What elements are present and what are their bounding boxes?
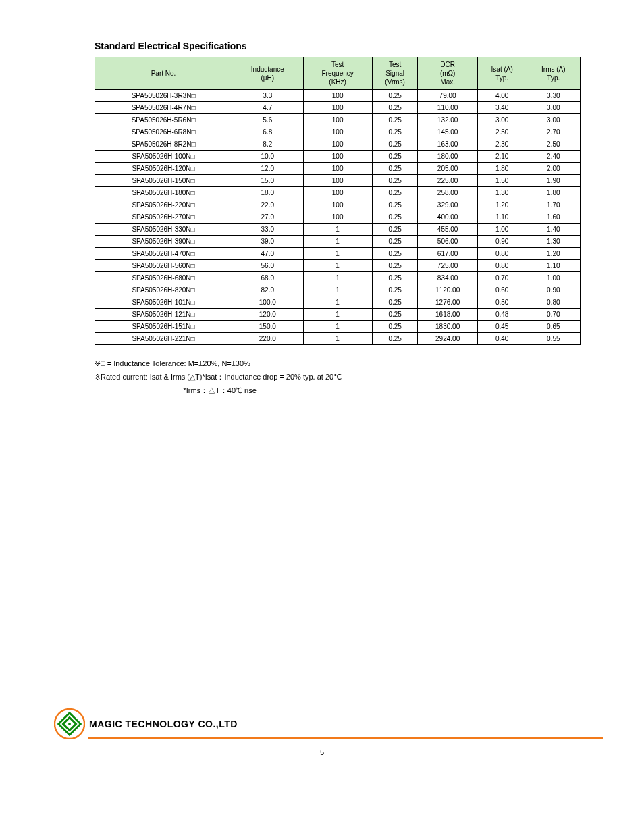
table-cell-irms: 3.00: [527, 102, 580, 114]
note-line-3: *Irms：△T：40℃ rise: [95, 384, 603, 398]
table-cell-sig: 0.25: [372, 284, 418, 296]
table-row: SPA505026H-100N□10.01000.25180.002.102.4…: [95, 151, 581, 163]
table-cell-sig: 0.25: [372, 175, 418, 187]
table-cell-isat: 1.50: [477, 175, 527, 187]
table-header-row: Part No. Inductance(μH) TestFrequency(KH…: [95, 57, 581, 90]
table-cell-dcr: 329.00: [418, 199, 477, 211]
table-row: SPA505026H-4R7N□4.71000.25110.003.403.00: [95, 102, 581, 114]
header-partno: Part No.: [95, 57, 232, 90]
table-cell-dcr: 110.00: [418, 102, 477, 114]
table-cell-sig: 0.25: [372, 333, 418, 345]
table-cell-ind: 3.3: [232, 90, 304, 102]
table-cell-freq: 1: [303, 296, 372, 309]
table-cell-isat: 0.50: [477, 296, 527, 309]
table-cell-ind: 120.0: [232, 309, 304, 321]
table-cell-irms: 0.65: [527, 321, 580, 333]
table-cell-dcr: 225.00: [418, 175, 477, 187]
table-cell-freq: 100: [303, 211, 372, 224]
table-cell-irms: 0.55: [527, 333, 580, 345]
table-cell-ind: 5.6: [232, 114, 304, 126]
table-cell-pn: SPA505026H-680N□: [95, 272, 232, 284]
table-cell-irms: 2.70: [527, 126, 580, 138]
table-cell-freq: 100: [303, 187, 372, 199]
table-row: SPA505026H-560N□56.010.25725.000.801.10: [95, 260, 581, 272]
table-cell-freq: 100: [303, 90, 372, 102]
table-cell-dcr: 145.00: [418, 126, 477, 138]
table-row: SPA505026H-180N□18.01000.25258.001.301.8…: [95, 187, 581, 199]
table-cell-pn: SPA505026H-560N□: [95, 260, 232, 272]
table-row: SPA505026H-330N□33.010.25455.001.001.40: [95, 224, 581, 236]
table-cell-sig: 0.25: [372, 309, 418, 321]
table-cell-ind: 4.7: [232, 102, 304, 114]
table-cell-pn: SPA505026H-121N□: [95, 309, 232, 321]
table-cell-dcr: 258.00: [418, 187, 477, 199]
table-cell-ind: 220.0: [232, 333, 304, 345]
table-row: SPA505026H-270N□27.01000.25400.001.101.6…: [95, 211, 581, 224]
table-cell-isat: 1.80: [477, 163, 527, 175]
table-cell-freq: 1: [303, 248, 372, 260]
table-cell-ind: 27.0: [232, 211, 304, 224]
table-cell-pn: SPA505026H-5R6N□: [95, 114, 232, 126]
table-row: SPA505026H-820N□82.010.251120.000.600.90: [95, 284, 581, 296]
table-row: SPA505026H-221N□220.010.252924.000.400.5…: [95, 333, 581, 345]
table-row: SPA505026H-120N□12.01000.25205.001.802.0…: [95, 163, 581, 175]
table-cell-isat: 2.30: [477, 138, 527, 151]
table-cell-irms: 1.10: [527, 260, 580, 272]
table-cell-dcr: 506.00: [418, 236, 477, 248]
table-cell-ind: 8.2: [232, 138, 304, 151]
table-cell-dcr: 617.00: [418, 248, 477, 260]
table-cell-irms: 1.80: [527, 187, 580, 199]
notes: ※□ = Inductance Tolerance: M=±20%, N=±30…: [95, 357, 603, 397]
table-cell-sig: 0.25: [372, 187, 418, 199]
table-cell-dcr: 1618.00: [418, 309, 477, 321]
table-cell-ind: 18.0: [232, 187, 304, 199]
table-cell-sig: 0.25: [372, 114, 418, 126]
table-cell-isat: 4.00: [477, 90, 527, 102]
table-row: SPA505026H-3R3N□3.31000.2579.004.003.30: [95, 90, 581, 102]
table-cell-pn: SPA505026H-101N□: [95, 296, 232, 309]
table-cell-irms: 0.90: [527, 284, 580, 296]
table-cell-freq: 1: [303, 309, 372, 321]
table-cell-isat: 0.48: [477, 309, 527, 321]
table-cell-sig: 0.25: [372, 163, 418, 175]
note-line-1: ※□ = Inductance Tolerance: M=±20%, N=±30…: [95, 357, 603, 371]
section-title: Standard Electrical Specifications: [95, 41, 603, 51]
table-cell-isat: 2.50: [477, 126, 527, 138]
table-cell-irms: 2.40: [527, 151, 580, 163]
table-cell-isat: 0.80: [477, 260, 527, 272]
table-cell-dcr: 400.00: [418, 211, 477, 224]
table-cell-freq: 100: [303, 199, 372, 211]
table-cell-ind: 150.0: [232, 321, 304, 333]
table-cell-pn: SPA505026H-330N□: [95, 224, 232, 236]
table-cell-ind: 15.0: [232, 175, 304, 187]
table-cell-dcr: 725.00: [418, 260, 477, 272]
table-cell-isat: 0.90: [477, 236, 527, 248]
table-cell-dcr: 1120.00: [418, 284, 477, 296]
table-cell-isat: 1.10: [477, 211, 527, 224]
table-cell-pn: SPA505026H-221N□: [95, 333, 232, 345]
note-line-2: ※Rated current: Isat & Irms (△T)*Isat：In…: [95, 371, 603, 384]
table-cell-freq: 100: [303, 175, 372, 187]
table-cell-freq: 100: [303, 102, 372, 114]
table-cell-freq: 100: [303, 126, 372, 138]
table-cell-irms: 0.70: [527, 309, 580, 321]
table-row: SPA505026H-6R8N□6.81000.25145.002.502.70: [95, 126, 581, 138]
table-cell-sig: 0.25: [372, 199, 418, 211]
table-cell-ind: 56.0: [232, 260, 304, 272]
table-cell-freq: 100: [303, 151, 372, 163]
company-name: MAGIC TECHNOLOGY CO.,LTD: [89, 719, 238, 729]
table-cell-irms: 1.20: [527, 248, 580, 260]
table-cell-isat: 3.40: [477, 102, 527, 114]
table-cell-irms: 1.40: [527, 224, 580, 236]
table-cell-dcr: 132.00: [418, 114, 477, 126]
table-cell-freq: 100: [303, 114, 372, 126]
table-cell-freq: 1: [303, 272, 372, 284]
table-cell-pn: SPA505026H-120N□: [95, 163, 232, 175]
company-logo-icon: [54, 708, 85, 739]
table-cell-sig: 0.25: [372, 272, 418, 284]
table-cell-ind: 39.0: [232, 236, 304, 248]
table-cell-sig: 0.25: [372, 126, 418, 138]
table-cell-freq: 1: [303, 284, 372, 296]
table-cell-isat: 0.40: [477, 333, 527, 345]
table-cell-pn: SPA505026H-3R3N□: [95, 90, 232, 102]
